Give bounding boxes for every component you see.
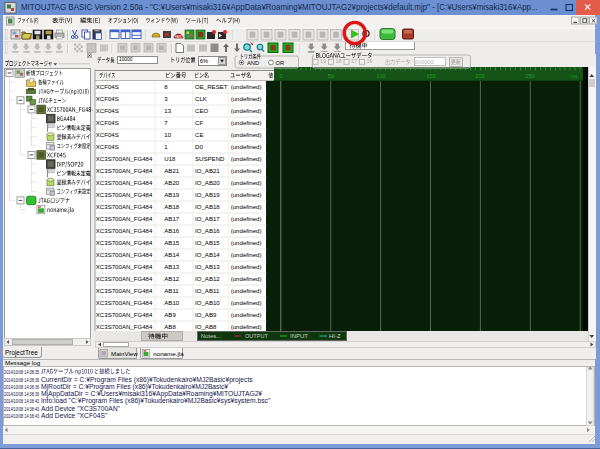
svg-text:FAST: FAST [175,35,183,39]
